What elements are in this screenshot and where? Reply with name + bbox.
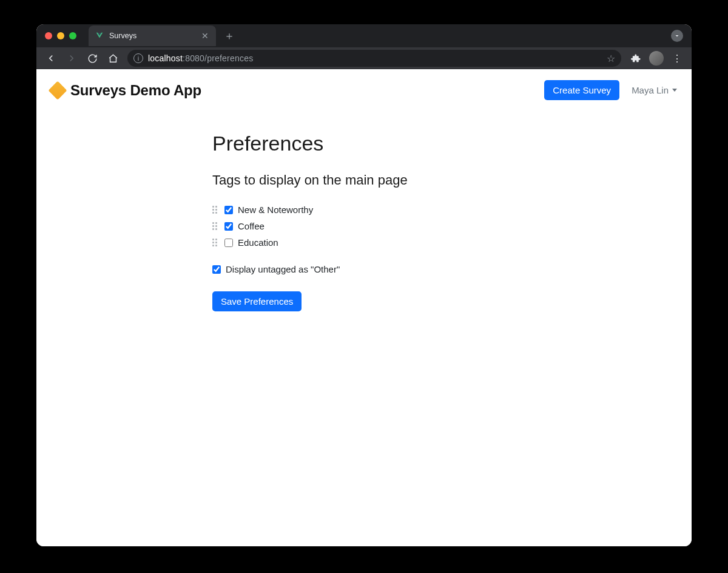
back-button[interactable] (42, 50, 59, 67)
browser-tab-bar: Surveys ✕ ＋ (36, 24, 692, 47)
tag-row: New & Noteworthy (212, 202, 552, 218)
drag-handle-icon[interactable] (212, 239, 220, 246)
window-dropdown-icon[interactable] (671, 30, 683, 42)
window-minimize-button[interactable] (57, 32, 64, 39)
browser-tab-active[interactable]: Surveys ✕ (89, 25, 216, 46)
chevron-down-icon (672, 89, 677, 92)
display-untagged-checkbox[interactable] (212, 265, 221, 274)
tag-checkbox[interactable] (224, 239, 233, 247)
user-menu[interactable]: Maya Lin (632, 85, 677, 95)
tag-label: Coffee (238, 221, 265, 231)
window-maximize-button[interactable] (69, 32, 76, 39)
app-navbar: Surveys Demo App Create Survey Maya Lin (36, 69, 692, 107)
profile-avatar[interactable] (649, 51, 664, 66)
create-survey-button[interactable]: Create Survey (544, 80, 619, 100)
page-title: Preferences (212, 132, 552, 155)
tag-label: Education (238, 237, 278, 248)
tab-title: Surveys (109, 32, 136, 40)
section-subheading: Tags to display on the main page (212, 172, 552, 188)
tag-checkbox[interactable] (224, 222, 233, 231)
url-text: localhost:8080/preferences (148, 53, 253, 63)
app-viewport: Surveys Demo App Create Survey Maya Lin … (36, 69, 692, 546)
tag-row: Education (212, 234, 552, 251)
user-name: Maya Lin (632, 85, 669, 95)
new-tab-button[interactable]: ＋ (221, 27, 238, 44)
display-untagged-row: Display untagged as "Other" (212, 264, 552, 274)
home-button[interactable] (104, 50, 121, 67)
brand[interactable]: Surveys Demo App (51, 82, 201, 99)
drag-handle-icon[interactable] (212, 222, 220, 230)
drag-handle-icon[interactable] (212, 206, 220, 214)
tag-list: New & NoteworthyCoffeeEducation (212, 202, 552, 251)
site-info-icon[interactable]: i (133, 53, 143, 63)
tag-label: New & Noteworthy (238, 205, 313, 215)
preferences-content: Preferences Tags to display on the main … (212, 132, 552, 311)
bookmark-star-icon[interactable]: ☆ (607, 53, 615, 64)
browser-toolbar: i localhost:8080/preferences ☆ ⋮ (36, 47, 692, 69)
brand-title: Surveys Demo App (70, 82, 201, 99)
browser-menu-icon[interactable]: ⋮ (669, 50, 686, 67)
browser-window: Surveys ✕ ＋ i localhost:8080/preferences… (36, 24, 692, 546)
extensions-icon[interactable] (627, 50, 644, 67)
tag-checkbox[interactable] (224, 206, 233, 214)
window-close-button[interactable] (45, 32, 52, 39)
save-preferences-button[interactable]: Save Preferences (212, 291, 302, 311)
tag-row: Coffee (212, 218, 552, 234)
close-tab-icon[interactable]: ✕ (200, 31, 210, 41)
display-untagged-label[interactable]: Display untagged as "Other" (226, 264, 340, 274)
vue-favicon-icon (95, 31, 104, 41)
address-bar[interactable]: i localhost:8080/preferences ☆ (127, 50, 621, 67)
reload-button[interactable] (84, 50, 101, 67)
forward-button[interactable] (63, 50, 80, 67)
window-controls (42, 32, 81, 39)
brand-logo-icon (48, 81, 67, 100)
